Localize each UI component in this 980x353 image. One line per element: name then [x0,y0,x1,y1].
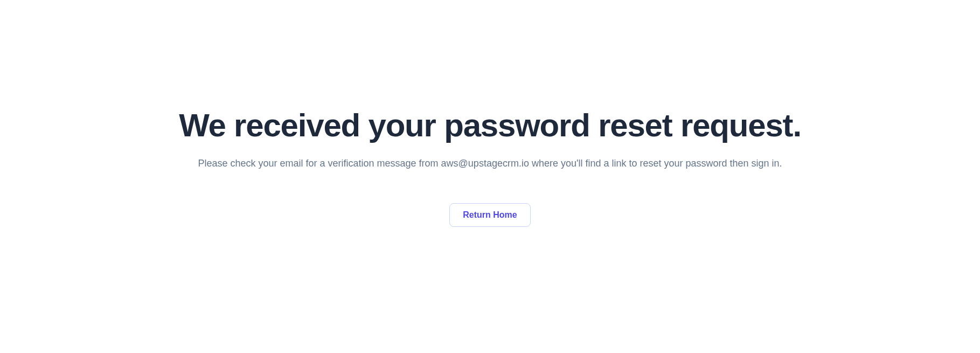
page-heading: We received your password reset request. [179,108,801,143]
return-home-button[interactable]: Return Home [449,203,530,227]
page-description: Please check your email for a verificati… [198,156,782,171]
